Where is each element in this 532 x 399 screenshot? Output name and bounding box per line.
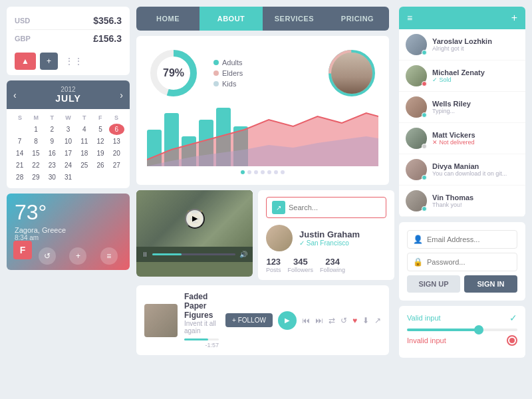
cal-day[interactable]: 7 <box>12 136 27 147</box>
chat-item-yaroslav[interactable]: Yaroslav Lozhkin Alright got it <box>399 29 525 61</box>
video-card: 🐱 ▶ ⏸ 🔊 <box>136 190 253 277</box>
profile-name: Justin Graham <box>299 229 360 239</box>
weather-add-button[interactable]: + <box>69 247 86 265</box>
radio-inner <box>509 338 515 343</box>
cal-day[interactable]: 24 <box>61 160 76 171</box>
cal-day-today[interactable]: 6 <box>109 124 124 135</box>
calendar-next-button[interactable]: › <box>120 90 123 100</box>
password-input[interactable] <box>427 258 519 266</box>
cal-day[interactable]: 22 <box>28 160 43 171</box>
nav-services[interactable]: SERVICES <box>263 7 326 31</box>
media-row: 🐱 ▶ ⏸ 🔊 ↗ Jus <box>136 190 389 280</box>
search-input[interactable] <box>289 203 380 211</box>
cal-day[interactable]: 29 <box>28 172 43 183</box>
music-next-button[interactable]: ⏭ <box>315 316 323 325</box>
chat-item-vin[interactable]: Vin Thomas Thank you! <box>399 186 525 217</box>
radio-button[interactable] <box>507 335 517 346</box>
cal-day[interactable]: 20 <box>109 148 124 159</box>
cal-day[interactable]: 30 <box>45 172 60 183</box>
chat-item-matt[interactable]: Matt Vickers ✕ Not delivered <box>399 123 525 154</box>
cal-day[interactable]: 19 <box>92 148 108 159</box>
slider-track[interactable] <box>407 329 517 331</box>
cal-day[interactable]: 15 <box>28 148 43 159</box>
calendar-prev-button[interactable]: ‹ <box>13 90 17 100</box>
cal-day[interactable]: 8 <box>28 136 43 147</box>
avatar-vin <box>406 190 427 211</box>
signin-button[interactable]: SIGN IN <box>464 275 517 293</box>
cal-day[interactable]: 4 <box>76 124 92 135</box>
music-shuffle-button[interactable]: ⇄ <box>329 316 335 325</box>
dot-1[interactable] <box>241 170 245 174</box>
video-play-button[interactable]: ▶ <box>185 209 205 229</box>
music-progress-fill <box>184 338 208 340</box>
currency-add-button[interactable]: + <box>40 53 58 70</box>
cal-day[interactable]: 13 <box>109 136 124 147</box>
cal-day[interactable]: 23 <box>45 160 60 171</box>
music-like-button[interactable]: ♥ <box>352 316 357 325</box>
cal-day[interactable]: 27 <box>109 160 124 171</box>
dot-4[interactable] <box>261 170 265 174</box>
chat-item-wells[interactable]: Wells Riley Typing... <box>399 92 525 123</box>
music-prev-button[interactable]: ⏮ <box>302 316 310 325</box>
search-icon: ↗ <box>276 204 281 211</box>
legend-dot-adults <box>213 60 219 65</box>
cal-day[interactable]: 3 <box>61 124 76 135</box>
currency-up-button[interactable]: ▲ <box>15 53 36 70</box>
hamburger-button[interactable]: ≡ <box>407 13 412 23</box>
video-volume-button[interactable]: 🔊 <box>239 251 247 258</box>
auth-buttons: SIGN UP SIGN IN <box>407 275 517 293</box>
cal-day[interactable]: 5 <box>92 124 108 135</box>
legend-label-adults: Adults <box>222 59 243 66</box>
signup-button[interactable]: SIGN UP <box>407 275 460 293</box>
cal-day[interactable]: 21 <box>12 160 27 171</box>
weather-refresh-button[interactable]: ↺ <box>39 247 56 265</box>
cal-day[interactable]: 31 <box>61 172 76 183</box>
cal-day[interactable]: 26 <box>92 160 108 171</box>
dot-7[interactable] <box>281 170 285 174</box>
music-follow-button[interactable]: + FOLLOW <box>225 313 273 327</box>
cal-day[interactable]: 11 <box>76 136 92 147</box>
nav-about[interactable]: ABOUT <box>200 7 263 31</box>
cal-day[interactable] <box>12 124 27 135</box>
cal-day[interactable]: 14 <box>12 148 27 159</box>
cal-day[interactable]: 1 <box>28 124 43 135</box>
chat-item-divya[interactable]: Divya Manian You can download it on git.… <box>399 154 525 186</box>
chat-add-button[interactable]: + <box>511 12 517 24</box>
right-column: ≡ + Yaroslav Lozhkin Alright got it Mich… <box>399 7 525 358</box>
nav-pricing[interactable]: PRICING <box>326 7 389 31</box>
cal-day[interactable]: 10 <box>61 136 76 147</box>
currency-actions: ▲ + ⋮⋮ <box>15 47 122 70</box>
music-download-button[interactable]: ⬇ <box>362 316 369 325</box>
dot-2[interactable] <box>247 170 251 174</box>
currency-grid-button[interactable]: ⋮⋮ <box>62 53 86 70</box>
music-play-button[interactable]: ▶ <box>278 311 297 330</box>
weather-list-button[interactable]: ≡ <box>100 247 118 265</box>
cal-day[interactable]: 17 <box>61 148 76 159</box>
radio-row <box>507 335 517 346</box>
dot-5[interactable] <box>267 170 271 174</box>
slider-thumb[interactable] <box>474 325 483 334</box>
cal-day <box>92 172 108 183</box>
music-progress-bar[interactable] <box>184 338 219 340</box>
cal-day[interactable]: 16 <box>45 148 60 159</box>
music-share-button[interactable]: ↗ <box>374 316 381 325</box>
video-pause-button[interactable]: ⏸ <box>142 251 148 258</box>
cal-day[interactable]: 2 <box>45 124 60 135</box>
cal-day[interactable]: 9 <box>45 136 60 147</box>
cal-day[interactable]: 18 <box>76 148 92 159</box>
music-repeat-button[interactable]: ↺ <box>340 316 347 325</box>
email-input[interactable] <box>427 235 519 243</box>
nav-home[interactable]: HOME <box>136 7 200 31</box>
status-dot-matt <box>422 144 427 149</box>
chat-text-yaroslav: Yaroslav Lozhkin Alright got it <box>432 37 519 52</box>
slider-fill <box>407 329 479 331</box>
cal-day[interactable]: 28 <box>12 172 27 183</box>
cal-day[interactable]: 12 <box>92 136 108 147</box>
valid-check-icon: ✓ <box>509 313 517 323</box>
video-progress-bar[interactable] <box>152 253 235 255</box>
chat-item-michael[interactable]: Michael Zenaty ✓ Sold <box>399 61 525 92</box>
dot-6[interactable] <box>274 170 278 174</box>
cal-day[interactable]: 25 <box>76 160 92 171</box>
avatar-wells <box>406 96 427 118</box>
dot-3[interactable] <box>254 170 258 174</box>
